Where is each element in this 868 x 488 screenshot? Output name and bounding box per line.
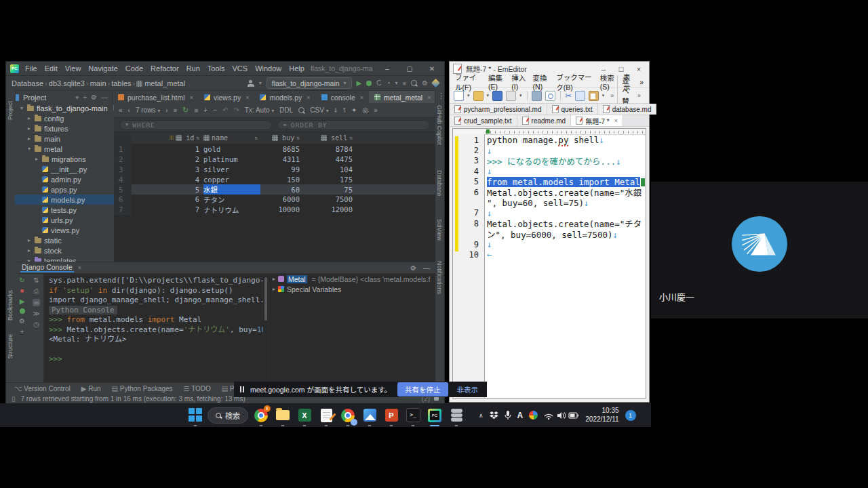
- settings-gear-icon[interactable]: ⚙: [19, 317, 25, 325]
- save-all-icon[interactable]: [506, 91, 516, 101]
- taskbar-pycharm[interactable]: PC: [426, 407, 443, 424]
- refresh-icon[interactable]: ↻: [182, 106, 189, 115]
- text-line[interactable]: 1python manage.py shell↓: [453, 135, 646, 145]
- tx-mode-select[interactable]: Tx: Auto ▾: [245, 106, 274, 114]
- variable-row[interactable]: ▸ Metal = {ModelBase} <class 'metal.mode…: [269, 274, 434, 284]
- column-header-id[interactable]: ⚿ id⇅: [132, 134, 202, 142]
- download-icon[interactable]: ⭣: [334, 106, 338, 115]
- softwrap-icon[interactable]: ∞: [33, 299, 40, 306]
- add-icon[interactable]: +: [20, 328, 24, 336]
- breadcrumb-item[interactable]: tables: [111, 79, 131, 87]
- maximize-icon[interactable]: ▢: [401, 65, 418, 73]
- tree-item-flask_to_django-main[interactable]: ▾flask_to_django-mainD:\pro: [15, 103, 114, 113]
- resume-icon[interactable]: ▶: [20, 298, 25, 305]
- tree-item-models.py[interactable]: models.py: [15, 195, 114, 205]
- text-line[interactable]: 4↓: [453, 166, 646, 176]
- collapse-icon[interactable]: ÷: [83, 94, 87, 102]
- menu-run[interactable]: Run: [186, 64, 200, 73]
- new-file-icon[interactable]: [454, 91, 464, 101]
- expand-icon[interactable]: ⌖: [75, 94, 79, 102]
- history-icon[interactable]: ◷: [33, 321, 39, 328]
- tree-item-tests.py[interactable]: tests.py: [15, 205, 114, 215]
- toolwindow-bookmarks-tab[interactable]: Bookmarks: [7, 290, 14, 321]
- taskbar-excel[interactable]: X: [296, 407, 313, 424]
- hide-panel-icon[interactable]: —: [101, 94, 108, 102]
- taskbar-chrome-1[interactable]: k: [252, 407, 270, 424]
- sort-arrows-icon[interactable]: ⇅: [196, 135, 199, 141]
- taskbar-explorer[interactable]: [274, 407, 292, 424]
- column-header-buy[interactable]: buy⇅: [260, 134, 300, 142]
- profiler-button[interactable]: ◔: [387, 79, 391, 87]
- text-line[interactable]: 9↓: [453, 239, 646, 249]
- close-tab-icon[interactable]: ×: [427, 94, 431, 101]
- paste-icon[interactable]: [589, 91, 599, 101]
- menu-変換(N)[interactable]: 変換(N): [533, 73, 551, 91]
- run-config-select[interactable]: flask_to_django-main ▾: [267, 77, 352, 89]
- clock[interactable]: 10:35 2022/12/11: [585, 407, 618, 424]
- chevron-right-icon[interactable]: ▸: [273, 276, 275, 282]
- tab-pycharm_professional.md[interactable]: pycharm_professional.md: [450, 104, 547, 115]
- hide-button[interactable]: 非表示: [454, 384, 481, 394]
- sort-icon[interactable]: ⇅: [33, 277, 39, 284]
- tree-item-static[interactable]: ▸static: [15, 235, 114, 245]
- close-tab-icon[interactable]: ×: [245, 94, 249, 101]
- menu-navigate[interactable]: Navigate: [88, 64, 117, 73]
- variable-row[interactable]: ▸ Special Variables: [269, 284, 434, 294]
- coverage-button[interactable]: C: [376, 79, 381, 87]
- toolbar-overflow-icon[interactable]: »: [637, 92, 641, 99]
- print-icon[interactable]: [532, 91, 542, 101]
- dropbox-icon[interactable]: [490, 411, 498, 420]
- tree-item-stock[interactable]: ▸stock: [15, 245, 114, 256]
- taskbar-photos[interactable]: [361, 407, 378, 424]
- rerun-icon[interactable]: ↻: [19, 277, 24, 284]
- breadcrumb-item[interactable]: Database: [12, 79, 43, 87]
- copy-icon[interactable]: [575, 91, 585, 101]
- taskbar-chrome-2[interactable]: [339, 407, 357, 424]
- tray-expand-icon[interactable]: ∧: [479, 412, 484, 419]
- print-icon[interactable]: ⎙: [34, 287, 39, 296]
- breadcrumb[interactable]: Database›db3.sqlite3›main›tables›metal_m…: [12, 79, 185, 87]
- minimize-icon[interactable]: –: [597, 65, 610, 73]
- export-format-select[interactable]: CSV ▾: [310, 106, 328, 114]
- menu-編集(E)[interactable]: 編集(E): [488, 73, 505, 91]
- tab-views.py[interactable]: views.py×: [199, 91, 255, 104]
- table-row[interactable]: 55水銀6075: [114, 184, 435, 195]
- ai-actions-icon[interactable]: ✦: [351, 106, 357, 114]
- meet-participant-tile[interactable]: 小川慶一: [651, 182, 868, 319]
- table-row[interactable]: 77ナトリウム1000012000: [114, 205, 435, 215]
- hide-panel-icon[interactable]: —: [423, 264, 430, 272]
- toolwindow-sciview-tab[interactable]: SciView: [436, 219, 443, 241]
- console-scrollbar[interactable]: [264, 277, 267, 321]
- close-icon[interactable]: ✕: [424, 65, 440, 73]
- notification-badge[interactable]: 1: [625, 410, 636, 421]
- menu-tools[interactable]: Tools: [208, 64, 225, 73]
- tab-readme.md[interactable]: readme.md: [517, 115, 572, 126]
- tree-item-apps.py[interactable]: apps.py: [15, 184, 114, 195]
- breadcrumb-item[interactable]: main: [90, 79, 106, 87]
- run-button[interactable]: ▶: [357, 79, 362, 87]
- tab-purchase_list.html[interactable]: purchase_list.html×: [113, 91, 199, 104]
- upload-icon[interactable]: ⭡: [342, 106, 346, 115]
- table-row[interactable]: 11gold86858784: [114, 144, 435, 155]
- last-page-icon[interactable]: »: [174, 106, 178, 114]
- attach-debugger-icon[interactable]: [20, 308, 25, 314]
- tree-item-migrations[interactable]: ▸migrations: [15, 154, 114, 164]
- chevron-right-icon[interactable]: ▸: [273, 286, 275, 292]
- tree-item-main[interactable]: ▸main: [15, 134, 114, 144]
- settings-gear-icon[interactable]: ⚙: [410, 264, 416, 272]
- text-line[interactable]: ン", buy=6000, sell=7500)↓: [453, 229, 646, 239]
- toolwindow-structure-tab[interactable]: Structure: [7, 334, 14, 359]
- toolwindow-notifications-tab[interactable]: Notifications: [436, 261, 443, 294]
- menu-file[interactable]: File: [25, 64, 37, 73]
- tree-item-__init__.py[interactable]: __init__.py: [15, 164, 114, 174]
- pause-icon[interactable]: [240, 386, 244, 392]
- tree-item-templates[interactable]: ▸templates: [15, 256, 114, 262]
- tab-metal_metal[interactable]: metal_metal×: [369, 91, 436, 104]
- menu-edit[interactable]: Edit: [45, 64, 58, 73]
- minimize-icon[interactable]: –: [379, 65, 395, 73]
- more-icon[interactable]: »: [374, 106, 378, 114]
- more-options-icon[interactable]: ⋮: [437, 92, 445, 100]
- tree-item-urls.py[interactable]: urls.py: [15, 215, 114, 225]
- taskbar-powerpoint[interactable]: P: [382, 407, 400, 424]
- network-volume-battery-icons[interactable]: [544, 411, 579, 420]
